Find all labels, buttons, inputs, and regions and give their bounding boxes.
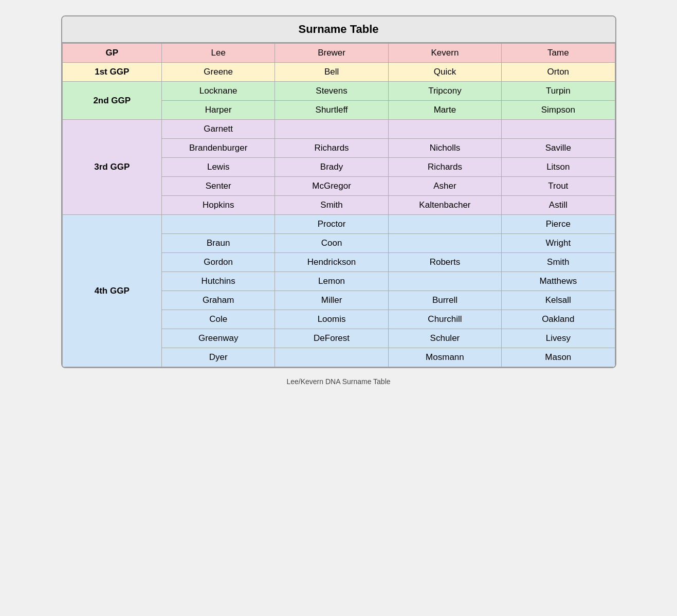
table-cell: Hutchins [162,272,275,291]
table-cell: Astill [502,196,615,215]
table-cell [388,272,501,291]
table-cell: Smith [502,253,615,272]
table-row: GPLeeBrewerKevernTame [62,44,615,63]
table-cell: Bell [275,63,388,82]
table-cell: Hendrickson [275,253,388,272]
table-cell: Hopkins [162,196,275,215]
table-cell: Livesy [502,329,615,348]
table-cell: Richards [275,139,388,158]
table-cell: McGregor [275,177,388,196]
table-cell: Braun [162,234,275,253]
table-cell: Tripcony [388,82,501,101]
table-cell: Saville [502,139,615,158]
table-cell: Turpin [502,82,615,101]
table-cell: Brandenburger [162,139,275,158]
table-cell: Graham [162,291,275,310]
page-wrapper: Surname Table GPLeeBrewerKevernTame1st G… [56,10,621,393]
table-cell: Asher [388,177,501,196]
table-cell: Oakland [502,310,615,329]
table-cell [388,215,501,234]
table-cell: Simpson [502,101,615,120]
table-cell: DeForest [275,329,388,348]
table-cell: Richards [388,158,501,177]
table-cell: Locknane [162,82,275,101]
table-cell: Cole [162,310,275,329]
table-cell: Coon [275,234,388,253]
table-cell: Shurtleff [275,101,388,120]
table-cell: Senter [162,177,275,196]
table-cell [275,120,388,139]
table-cell: Matthews [502,272,615,291]
table-cell: Gordon [162,253,275,272]
table-cell: Harper [162,101,275,120]
table-cell [162,215,275,234]
table-cell: Schuler [388,329,501,348]
group-label: GP [62,44,162,63]
table-cell: Smith [275,196,388,215]
table-cell: Miller [275,291,388,310]
table-cell: Mason [502,348,615,367]
table-cell: Lemon [275,272,388,291]
table-cell: Marte [388,101,501,120]
surname-table: GPLeeBrewerKevernTame1st GGPGreeneBellQu… [62,43,615,367]
table-row: 1st GGPGreeneBellQuickOrton [62,63,615,82]
table-cell: Tame [502,44,615,63]
table-cell: Greene [162,63,275,82]
group-label: 4th GGP [62,215,162,367]
table-cell [388,120,501,139]
table-cell: Kelsall [502,291,615,310]
table-cell: Proctor [275,215,388,234]
table-cell: Quick [388,63,501,82]
table-cell: Wright [502,234,615,253]
table-cell: Brady [275,158,388,177]
table-cell [275,348,388,367]
table-container: Surname Table GPLeeBrewerKevernTame1st G… [61,15,616,368]
table-cell: Litson [502,158,615,177]
table-caption: Lee/Kevern DNA Surname Table [61,373,616,388]
table-cell: Trout [502,177,615,196]
table-cell: Orton [502,63,615,82]
table-cell: Loomis [275,310,388,329]
table-cell: Kevern [388,44,501,63]
group-label: 2nd GGP [62,82,162,120]
table-cell: Stevens [275,82,388,101]
table-cell: Dyer [162,348,275,367]
table-cell: Pierce [502,215,615,234]
table-row: 3rd GGPGarnett [62,120,615,139]
table-cell: Mosmann [388,348,501,367]
table-row: 2nd GGPLocknaneStevensTripconyTurpin [62,82,615,101]
group-label: 3rd GGP [62,120,162,215]
table-cell: Roberts [388,253,501,272]
table-cell [502,120,615,139]
table-cell: Kaltenbacher [388,196,501,215]
table-cell: Lee [162,44,275,63]
table-cell: Nicholls [388,139,501,158]
table-row: 4th GGPProctorPierce [62,215,615,234]
table-cell [388,234,501,253]
table-cell: Garnett [162,120,275,139]
group-label: 1st GGP [62,63,162,82]
table-title: Surname Table [62,16,615,43]
table-cell: Lewis [162,158,275,177]
table-cell: Greenway [162,329,275,348]
table-cell: Burrell [388,291,501,310]
table-cell: Churchill [388,310,501,329]
table-cell: Brewer [275,44,388,63]
